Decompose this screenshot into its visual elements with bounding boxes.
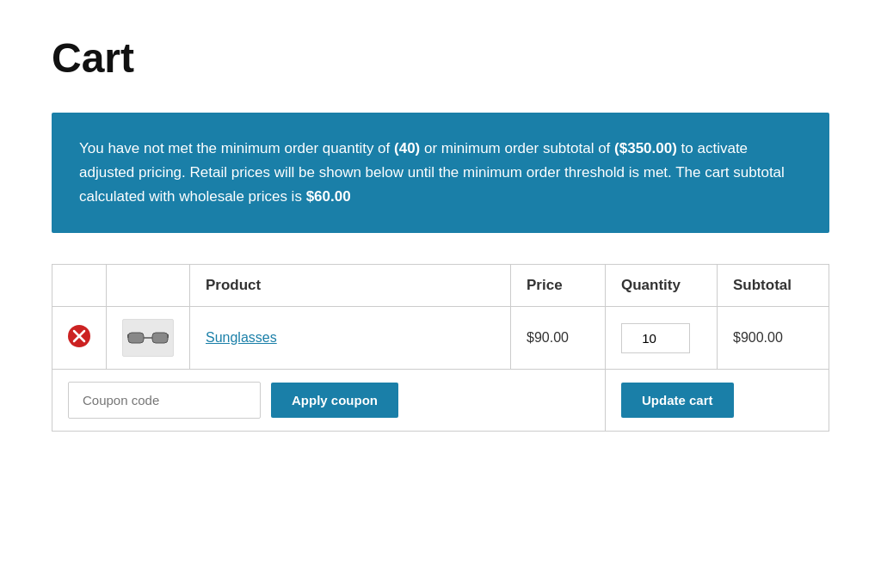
coupon-input[interactable] (68, 382, 261, 419)
notice-min-subtotal: ($350.00) (614, 140, 677, 156)
product-image-cell (107, 307, 190, 370)
remove-icon (68, 325, 90, 347)
product-price-cell: $90.00 (511, 307, 606, 370)
col-header-image (107, 265, 190, 307)
coupon-actions: Apply coupon (68, 382, 589, 419)
product-link[interactable]: Sunglasses (206, 330, 277, 346)
col-header-subtotal: Subtotal (718, 265, 829, 307)
cart-table: Product Price Quantity Subtotal (52, 264, 829, 432)
notice-text: You have not met the minimum order quant… (79, 140, 785, 205)
notice-wholesale-subtotal: $60.00 (306, 188, 351, 205)
cart-actions-row: Apply coupon Update cart (52, 370, 829, 432)
notice-banner: You have not met the minimum order quant… (52, 113, 829, 233)
product-quantity-cell (606, 307, 718, 370)
svg-rect-4 (152, 333, 168, 343)
table-row: Sunglasses $90.00 $900.00 (52, 307, 829, 370)
svg-line-7 (168, 334, 169, 338)
svg-line-6 (127, 334, 128, 338)
update-cart-button[interactable]: Update cart (621, 383, 734, 418)
product-thumbnail (122, 319, 174, 357)
coupon-cell: Apply coupon (52, 370, 606, 432)
quantity-input[interactable] (621, 323, 690, 353)
apply-coupon-button[interactable]: Apply coupon (271, 383, 398, 418)
col-header-product: Product (190, 265, 511, 307)
update-cart-cell: Update cart (606, 370, 829, 432)
product-subtotal-cell: $900.00 (718, 307, 829, 370)
svg-rect-3 (128, 333, 144, 343)
col-header-price: Price (511, 265, 606, 307)
table-header-row: Product Price Quantity Subtotal (52, 265, 829, 307)
notice-min-qty: (40) (394, 140, 420, 156)
col-header-remove (52, 265, 107, 307)
sunglasses-image (127, 324, 169, 352)
col-header-quantity: Quantity (606, 265, 718, 307)
page-title: Cart (52, 34, 829, 82)
remove-item-button[interactable] (68, 325, 90, 347)
product-name-cell: Sunglasses (190, 307, 511, 370)
remove-cell (52, 307, 107, 370)
